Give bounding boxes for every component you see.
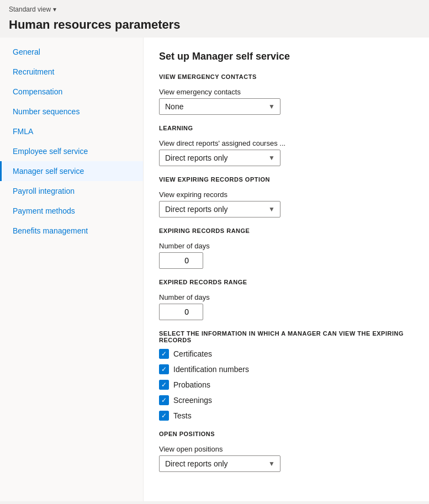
checkbox-row-identification-numbers: ✓ Identification numbers [159,364,414,374]
dropdown-expiring-records-wrapper: Direct reports only All reports None ▼ [159,201,280,217]
checkmark-icon: ✓ [161,397,167,404]
section-label-open-positions: OPEN POSITIONS [159,431,414,437]
section-label-expiring-records-range: EXPIRING RECORDS RANGE [159,227,414,234]
label-screenings: Screenings [173,396,212,405]
field-label-open-positions: View open positions [159,445,414,453]
checkmark-icon: ✓ [161,412,167,419]
sidebar: General Recruitment Compensation Number … [0,38,144,501]
main-content: Set up Manager self service VIEW EMERGEN… [144,38,429,501]
sidebar-item-general[interactable]: General [0,42,143,62]
section-view-expiring-records-option: VIEW EXPIRING RECORDS OPTION View expiri… [159,176,414,217]
sidebar-item-benefits-management[interactable]: Benefits management [0,221,143,241]
section-open-positions: OPEN POSITIONS View open positions Direc… [159,431,414,472]
field-label-emergency-contacts: View emergency contacts [159,88,414,96]
label-certificates: Certificates [173,349,212,358]
section-expired-records-range: EXPIRED RECORDS RANGE Number of days [159,279,414,320]
checkbox-identification-numbers[interactable]: ✓ [159,364,169,374]
checkbox-row-tests: ✓ Tests [159,411,414,421]
standard-view-button[interactable]: Standard view ▾ [9,6,56,13]
section-label-expired-records-range: EXPIRED RECORDS RANGE [159,279,414,285]
sidebar-item-employee-self-service[interactable]: Employee self service [0,141,143,161]
standard-view-chevron: ▾ [53,6,56,13]
input-expired-days[interactable] [159,304,203,320]
input-expiring-days[interactable] [159,252,203,269]
label-probations: Probations [173,380,210,389]
standard-view-label: Standard view [9,6,51,13]
field-label-expiring-records: View expiring records [159,190,414,199]
sidebar-item-recruitment[interactable]: Recruitment [0,62,143,82]
dropdown-emergency-contacts-wrapper: None Direct reports only All reports ▼ [159,98,280,115]
section-learning: LEARNING View direct reports' assigned c… [159,125,414,166]
section-label-select-information: SELECT THE INFORMATION IN WHICH A MANAGE… [159,330,414,343]
sidebar-item-manager-self-service[interactable]: Manager self service [0,161,143,181]
section-view-emergency-contacts: VIEW EMERGENCY CONTACTS View emergency c… [159,73,414,115]
dropdown-learning[interactable]: Direct reports only All reports None [159,150,280,166]
sidebar-item-number-sequences[interactable]: Number sequences [0,102,143,121]
section-expiring-records-range: EXPIRING RECORDS RANGE Number of days [159,227,414,269]
page-title: Human resources parameters [0,15,429,38]
checkbox-row-certificates: ✓ Certificates [159,349,414,359]
checkbox-screenings[interactable]: ✓ [159,395,169,405]
dropdown-expiring-records[interactable]: Direct reports only All reports None [159,201,280,217]
dropdown-learning-wrapper: Direct reports only All reports None ▼ [159,150,280,166]
field-label-expired-days: Number of days [159,293,414,301]
checkmark-icon: ✓ [161,351,167,357]
field-label-learning: View direct reports' assigned courses ..… [159,139,414,147]
label-identification-numbers: Identification numbers [173,365,249,374]
sidebar-item-compensation[interactable]: Compensation [0,82,143,102]
section-select-information: SELECT THE INFORMATION IN WHICH A MANAGE… [159,330,414,421]
section-label-learning: LEARNING [159,125,414,131]
content-title: Set up Manager self service [159,51,414,62]
label-tests: Tests [173,411,192,420]
checkbox-row-screenings: ✓ Screenings [159,395,414,405]
sidebar-item-payment-methods[interactable]: Payment methods [0,201,143,221]
checkbox-tests[interactable]: ✓ [159,411,169,421]
checkbox-certificates[interactable]: ✓ [159,349,169,359]
checkmark-icon: ✓ [161,366,167,373]
dropdown-open-positions-wrapper: Direct reports only All reports None ▼ [159,455,280,472]
section-label-emergency-contacts: VIEW EMERGENCY CONTACTS [159,73,414,80]
checkmark-icon: ✓ [161,381,167,388]
sidebar-item-payroll-integration[interactable]: Payroll integration [0,181,143,201]
checkbox-row-probations: ✓ Probations [159,380,414,390]
dropdown-open-positions[interactable]: Direct reports only All reports None [159,455,280,472]
dropdown-emergency-contacts[interactable]: None Direct reports only All reports [159,98,280,115]
checkbox-probations[interactable]: ✓ [159,380,169,390]
sidebar-item-fmla[interactable]: FMLA [0,121,143,141]
section-label-expiring-records-option: VIEW EXPIRING RECORDS OPTION [159,176,414,183]
field-label-expiring-days: Number of days [159,242,414,250]
